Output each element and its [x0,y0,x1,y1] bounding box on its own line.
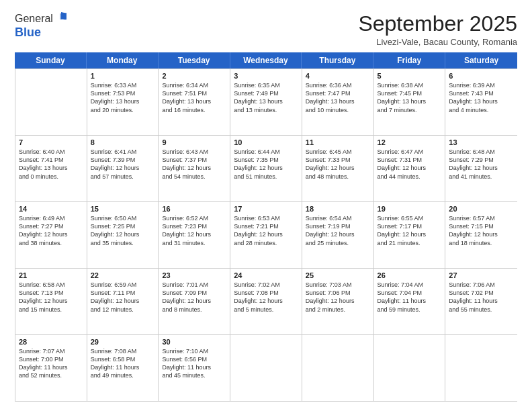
day-info: Sunrise: 6:59 AM Sunset: 7:11 PM Dayligh… [91,281,155,314]
logo-blue-text: Blue [15,26,41,39]
day-number: 1 [91,72,155,80]
cal-header-day: Tuesday [159,52,230,68]
day-number: 23 [162,271,226,279]
cal-cell [15,69,87,135]
day-number: 19 [378,205,442,213]
cal-cell: 29Sunrise: 7:08 AM Sunset: 6:58 PM Dayli… [87,335,159,401]
cal-cell: 13Sunrise: 6:48 AM Sunset: 7:29 PM Dayli… [445,136,517,201]
cal-header-day: Monday [87,52,159,68]
day-info: Sunrise: 6:43 AM Sunset: 7:37 PM Dayligh… [162,148,226,181]
cal-cell: 20Sunrise: 6:57 AM Sunset: 7:15 PM Dayli… [445,202,517,268]
day-number: 14 [19,205,83,213]
day-info: Sunrise: 6:36 AM Sunset: 7:47 PM Dayligh… [306,81,370,114]
day-info: Sunrise: 6:48 AM Sunset: 7:29 PM Dayligh… [449,148,514,181]
logo-general-text: General [15,13,53,25]
day-number: 6 [449,72,514,80]
day-number: 30 [162,338,226,346]
day-number: 28 [19,338,83,346]
day-info: Sunrise: 6:38 AM Sunset: 7:45 PM Dayligh… [378,81,442,114]
day-number: 12 [378,138,442,146]
calendar-header: SundayMondayTuesdayWednesdayThursdayFrid… [15,52,517,68]
day-number: 22 [91,271,155,279]
day-number: 29 [91,338,155,346]
location: Livezi-Vale, Bacau County, Romania [358,37,517,47]
cal-cell: 25Sunrise: 7:03 AM Sunset: 7:06 PM Dayli… [302,269,374,334]
cal-cell: 21Sunrise: 6:58 AM Sunset: 7:13 PM Dayli… [15,269,87,334]
cal-cell: 16Sunrise: 6:52 AM Sunset: 7:23 PM Dayli… [159,202,230,268]
day-number: 7 [19,138,83,146]
cal-header-day: Friday [373,52,445,68]
day-number: 13 [449,138,514,146]
day-info: Sunrise: 7:04 AM Sunset: 7:04 PM Dayligh… [378,281,442,314]
month-title: September 2025 [358,12,517,36]
cal-week: 28Sunrise: 7:07 AM Sunset: 7:00 PM Dayli… [15,334,517,401]
day-info: Sunrise: 6:53 AM Sunset: 7:21 PM Dayligh… [234,214,298,247]
day-number: 21 [19,271,83,279]
day-info: Sunrise: 6:52 AM Sunset: 7:23 PM Dayligh… [162,214,226,247]
cal-week: 7Sunrise: 6:40 AM Sunset: 7:41 PM Daylig… [15,135,517,201]
day-info: Sunrise: 7:03 AM Sunset: 7:06 PM Dayligh… [306,281,370,314]
day-info: Sunrise: 6:35 AM Sunset: 7:49 PM Dayligh… [234,81,298,114]
day-info: Sunrise: 6:40 AM Sunset: 7:41 PM Dayligh… [19,148,83,181]
day-info: Sunrise: 6:57 AM Sunset: 7:15 PM Dayligh… [449,214,514,247]
logo-icon [54,11,69,26]
day-number: 26 [378,271,442,279]
cal-cell: 1Sunrise: 6:33 AM Sunset: 7:53 PM Daylig… [87,69,159,135]
cal-cell: 4Sunrise: 6:36 AM Sunset: 7:47 PM Daylig… [302,69,374,135]
day-number: 27 [449,271,514,279]
day-info: Sunrise: 6:45 AM Sunset: 7:33 PM Dayligh… [306,148,370,181]
day-info: Sunrise: 6:58 AM Sunset: 7:13 PM Dayligh… [19,281,83,314]
cal-cell: 28Sunrise: 7:07 AM Sunset: 7:00 PM Dayli… [15,335,87,401]
day-number: 25 [306,271,370,279]
cal-cell: 9Sunrise: 6:43 AM Sunset: 7:37 PM Daylig… [159,136,230,201]
day-info: Sunrise: 7:02 AM Sunset: 7:08 PM Dayligh… [234,281,298,314]
cal-cell: 23Sunrise: 7:01 AM Sunset: 7:09 PM Dayli… [159,269,230,334]
day-number: 16 [162,205,226,213]
day-info: Sunrise: 6:41 AM Sunset: 7:39 PM Dayligh… [91,148,155,181]
cal-cell: 3Sunrise: 6:35 AM Sunset: 7:49 PM Daylig… [230,69,302,135]
day-info: Sunrise: 7:01 AM Sunset: 7:09 PM Dayligh… [162,281,226,314]
day-number: 2 [162,72,226,80]
day-info: Sunrise: 6:55 AM Sunset: 7:17 PM Dayligh… [378,214,442,247]
day-info: Sunrise: 6:49 AM Sunset: 7:27 PM Dayligh… [19,214,83,247]
day-number: 3 [234,72,298,80]
cal-week: 21Sunrise: 6:58 AM Sunset: 7:13 PM Dayli… [15,268,517,334]
cal-cell [230,335,302,401]
day-number: 15 [91,205,155,213]
cal-cell: 11Sunrise: 6:45 AM Sunset: 7:33 PM Dayli… [302,136,374,201]
cal-cell [445,335,517,401]
day-info: Sunrise: 7:06 AM Sunset: 7:02 PM Dayligh… [449,281,514,314]
cal-cell: 19Sunrise: 6:55 AM Sunset: 7:17 PM Dayli… [374,202,446,268]
day-number: 20 [449,205,514,213]
cal-cell: 6Sunrise: 6:39 AM Sunset: 7:43 PM Daylig… [445,69,517,135]
day-info: Sunrise: 6:39 AM Sunset: 7:43 PM Dayligh… [449,81,514,114]
cal-cell: 8Sunrise: 6:41 AM Sunset: 7:39 PM Daylig… [87,136,159,201]
cal-cell: 22Sunrise: 6:59 AM Sunset: 7:11 PM Dayli… [87,269,159,334]
cal-cell: 15Sunrise: 6:50 AM Sunset: 7:25 PM Dayli… [87,202,159,268]
day-number: 24 [234,271,298,279]
cal-header-day: Wednesday [230,52,302,68]
cal-cell [374,335,446,401]
calendar-body: 1Sunrise: 6:33 AM Sunset: 7:53 PM Daylig… [15,68,517,402]
day-number: 11 [306,138,370,146]
calendar: SundayMondayTuesdayWednesdayThursdayFrid… [15,52,517,402]
day-info: Sunrise: 7:10 AM Sunset: 6:56 PM Dayligh… [162,347,226,380]
day-number: 9 [162,138,226,146]
day-info: Sunrise: 6:54 AM Sunset: 7:19 PM Dayligh… [306,214,370,247]
cal-cell: 5Sunrise: 6:38 AM Sunset: 7:45 PM Daylig… [374,69,446,135]
day-info: Sunrise: 6:33 AM Sunset: 7:53 PM Dayligh… [91,81,155,114]
day-info: Sunrise: 7:08 AM Sunset: 6:58 PM Dayligh… [91,347,155,380]
cal-cell: 18Sunrise: 6:54 AM Sunset: 7:19 PM Dayli… [302,202,374,268]
cal-cell: 30Sunrise: 7:10 AM Sunset: 6:56 PM Dayli… [159,335,230,401]
header: General Blue September 2025 Livezi-Vale,… [15,12,517,47]
cal-cell: 27Sunrise: 7:06 AM Sunset: 7:02 PM Dayli… [445,269,517,334]
cal-cell [302,335,374,401]
day-info: Sunrise: 6:47 AM Sunset: 7:31 PM Dayligh… [378,148,442,181]
cal-week: 14Sunrise: 6:49 AM Sunset: 7:27 PM Dayli… [15,201,517,268]
day-number: 18 [306,205,370,213]
logo: General Blue [15,12,69,40]
cal-cell: 17Sunrise: 6:53 AM Sunset: 7:21 PM Dayli… [230,202,302,268]
day-number: 17 [234,205,298,213]
cal-header-day: Thursday [302,52,373,68]
day-info: Sunrise: 7:07 AM Sunset: 7:00 PM Dayligh… [19,347,83,380]
